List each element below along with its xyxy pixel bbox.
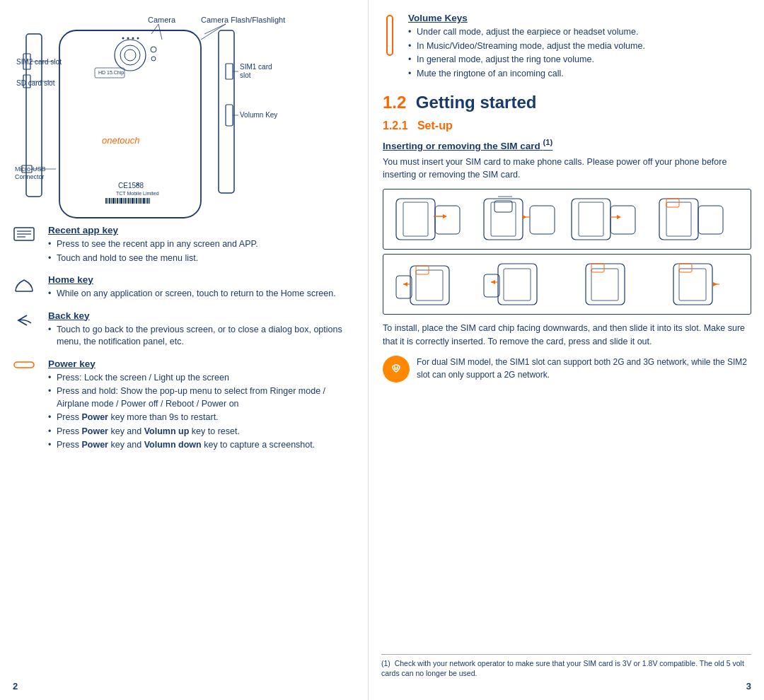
- sim-step-7: [565, 260, 648, 308]
- svg-rect-55: [219, 30, 234, 193]
- power-key-content: Power key Press: Lock the screen / Light…: [48, 358, 354, 453]
- back-key-list: Touch to go back to the previous screen,…: [48, 324, 354, 349]
- sim-images: [383, 189, 751, 315]
- svg-rect-98: [396, 276, 412, 298]
- list-item: In Music/Video/Streaming mode, adjust th…: [408, 40, 645, 53]
- svg-point-17: [120, 45, 140, 65]
- svg-rect-101: [484, 274, 499, 297]
- svg-point-54: [137, 37, 139, 40]
- footnote-sup: (1): [381, 659, 390, 667]
- svg-rect-41: [132, 198, 134, 204]
- svg-rect-40: [130, 198, 131, 204]
- page: Camera Camera Flash/Flashlight SIM2 card…: [0, 0, 764, 700]
- sim-step-1: [389, 195, 473, 243]
- svg-rect-34: [119, 198, 120, 204]
- svg-text:slot: slot: [240, 71, 251, 79]
- back-icon: [13, 312, 40, 331]
- back-key-content: Back key Touch to go back to the previou…: [48, 310, 354, 350]
- svg-rect-105: [591, 269, 618, 301]
- svg-line-63: [151, 24, 158, 34]
- svg-rect-47: [143, 198, 145, 204]
- recent-app-key-title: Recent app key: [48, 225, 258, 235]
- list-item: Press Power key and Volumn up key to res…: [48, 426, 354, 438]
- svg-rect-15: [59, 30, 201, 218]
- svg-point-16: [115, 40, 146, 71]
- list-item: Under call mode, adjust the earpiece or …: [408, 26, 645, 39]
- sim-body-text-1: You must insert your SIM card to make ph…: [383, 156, 751, 182]
- home-key-content: Home key While on any application or scr…: [48, 274, 336, 302]
- page-number-right: 3: [746, 681, 751, 692]
- note-box: For dual SIM model, the SIM1 slot can su…: [383, 356, 751, 383]
- svg-rect-29: [109, 198, 110, 204]
- sim-heading: Inserting or removing the SIM card (1): [383, 138, 751, 151]
- list-item: Press: Lock the screen / Light up the sc…: [48, 372, 354, 385]
- svg-rect-36: [123, 198, 124, 204]
- recent-app-key-list: Press to see the recent app in any scree…: [48, 238, 258, 264]
- svg-rect-57: [226, 105, 233, 126]
- svg-rect-35: [120, 198, 122, 204]
- svg-rect-72: [396, 199, 435, 240]
- svg-rect-37: [125, 198, 126, 204]
- recent-app-key-content: Recent app key Press to see the recent a…: [48, 225, 258, 266]
- svg-line-2: [158, 24, 162, 40]
- volume-key-icon: [383, 14, 398, 59]
- svg-rect-43: [136, 198, 137, 204]
- svg-rect-86: [610, 206, 635, 234]
- sim-footnote-ref: (1): [543, 138, 553, 146]
- svg-line-64: [204, 24, 226, 34]
- svg-rect-33: [117, 198, 118, 204]
- sim-images-top-row: [383, 189, 751, 250]
- left-column: Camera Camera Flash/Flashlight SIM2 card…: [0, 0, 368, 700]
- home-key-section: Home key While on any application or scr…: [13, 274, 354, 302]
- phone-diagram: Camera Camera Flash/Flashlight SIM2 card…: [13, 13, 354, 225]
- svg-rect-77: [484, 199, 523, 240]
- volume-key-content: Volume Keys Under call mode, adjust the …: [408, 13, 645, 81]
- svg-text:Camera Flash/Flashlight: Camera Flash/Flashlight: [201, 16, 285, 24]
- section-number: 1.2: [383, 93, 406, 112]
- list-item: Press Power key more than 9s to restart.: [48, 412, 354, 424]
- svg-rect-73: [403, 202, 428, 236]
- subsection-number: 1.2.1: [383, 119, 408, 132]
- svg-rect-108: [679, 269, 706, 301]
- sim-images-bottom-row: [383, 254, 751, 315]
- svg-marker-76: [443, 214, 447, 218]
- svg-text:✕: ✕: [135, 182, 140, 188]
- subsection-title: Set-up: [417, 119, 453, 132]
- sim-step-8: [652, 260, 736, 308]
- svg-text:Volumn Key: Volumn Key: [240, 111, 277, 119]
- volume-key-list: Under call mode, adjust the earpiece or …: [408, 26, 645, 80]
- svg-rect-71: [387, 16, 393, 55]
- svg-point-51: [122, 37, 125, 40]
- page-number-left: 2: [13, 681, 18, 692]
- list-item: Press to see the recent app in any scree…: [48, 238, 258, 251]
- sim-body-text-2: To install, place the SIM card chip faci…: [383, 322, 751, 349]
- recent-app-key-section: Recent app key Press to see the recent a…: [13, 225, 354, 266]
- svg-rect-106: [591, 264, 604, 272]
- power-key-list: Press: Lock the screen / Light up the sc…: [48, 372, 354, 452]
- power-icon: [13, 360, 40, 372]
- svg-rect-49: [147, 198, 149, 204]
- svg-text:HD 15.Chip: HD 15.Chip: [98, 70, 124, 76]
- svg-rect-74: [435, 206, 460, 234]
- svg-rect-109: [679, 264, 692, 272]
- svg-text:TCT Mobile Limited: TCT Mobile Limited: [116, 191, 159, 196]
- svg-rect-28: [108, 198, 108, 204]
- svg-point-20: [151, 57, 156, 61]
- svg-rect-92: [666, 199, 679, 207]
- list-item: Press and hold: Show the pop-up menu to …: [48, 385, 354, 410]
- svg-point-18: [125, 49, 136, 61]
- list-item: While on any application or screen, touc…: [48, 288, 336, 301]
- list-item: Mute the ringtone of an incoming call.: [408, 68, 645, 81]
- svg-rect-44: [138, 198, 139, 204]
- footnote-text: Check with your network operator to make…: [381, 659, 744, 678]
- svg-text:CE1588: CE1588: [118, 182, 144, 189]
- volume-key-title: Volume Keys: [408, 13, 645, 23]
- svg-rect-27: [105, 198, 107, 204]
- list-item: Touch to go back to the previous screen,…: [48, 324, 354, 349]
- subsection-heading: 1.2.1 Set-up: [383, 119, 751, 132]
- right-column: Volume Keys Under call mode, adjust the …: [368, 0, 764, 700]
- list-item: Touch and hold to see the menu list.: [48, 252, 258, 265]
- svg-rect-91: [698, 206, 723, 234]
- footnote: (1) Check with your network operator to …: [381, 654, 751, 679]
- svg-point-52: [127, 37, 129, 40]
